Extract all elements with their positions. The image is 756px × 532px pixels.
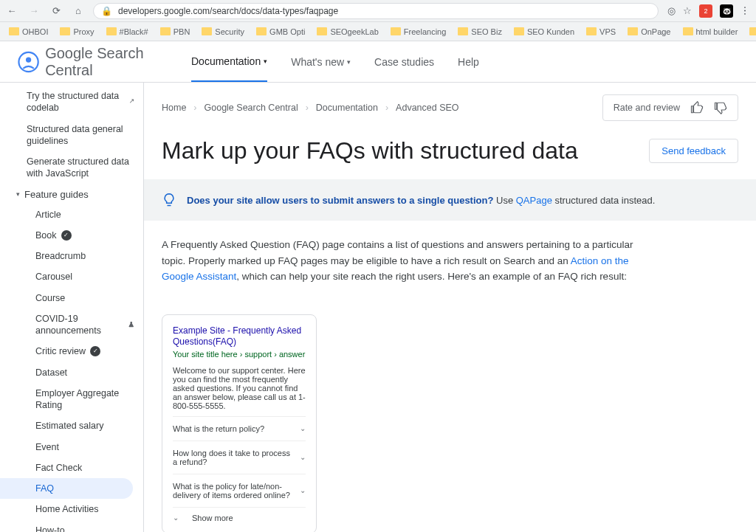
bookmark-item[interactable]: GMB Opti xyxy=(252,26,309,38)
sidebar-item-course[interactable]: Course xyxy=(0,288,143,308)
lightbulb-icon xyxy=(162,193,176,207)
sidebar-item-estimated-salary[interactable]: Estimated salary xyxy=(0,415,143,436)
site-header: Google Search Central Documentation ▾Wha… xyxy=(0,41,756,83)
sidebar-item-carousel[interactable]: Carousel xyxy=(0,266,143,287)
nav-help[interactable]: Help xyxy=(458,43,479,81)
lock-icon: 🔒 xyxy=(101,6,112,16)
sidebar-item-fact-check[interactable]: Fact Check xyxy=(0,457,143,478)
sidebar[interactable]: Try the structured data codelab Structur… xyxy=(0,83,144,532)
folder-icon xyxy=(391,27,401,35)
forward-button[interactable]: → xyxy=(28,5,40,17)
home-button[interactable]: ⌂ xyxy=(72,5,84,17)
target-icon[interactable]: ◎ xyxy=(667,5,676,16)
sidebar-item[interactable]: Try the structured data codelab xyxy=(0,86,143,119)
bookmark-item[interactable]: SEOgeekLab xyxy=(312,26,382,38)
folder-icon xyxy=(9,27,19,35)
thumbs-down-icon[interactable] xyxy=(714,101,727,114)
bookmark-item[interactable]: #Black# xyxy=(102,26,153,38)
folder-icon xyxy=(683,27,693,35)
flask-icon xyxy=(128,320,134,329)
bookmark-item[interactable]: PBN xyxy=(156,26,195,38)
bookmark-item[interactable]: OnPage xyxy=(623,26,675,38)
folder-icon xyxy=(628,27,638,35)
bookmark-item[interactable]: Accts xyxy=(745,26,756,38)
chevron-down-icon: ⌄ xyxy=(173,514,179,522)
reload-button[interactable]: ⟳ xyxy=(50,5,62,17)
example-show-more: ⌄Show more xyxy=(173,508,306,522)
nav-what-s-new[interactable]: What's new ▾ xyxy=(291,43,351,81)
folder-icon xyxy=(256,27,267,35)
bookmark-item[interactable]: Freelancing xyxy=(386,26,450,38)
bookmark-item[interactable]: Proxy xyxy=(55,26,98,38)
sidebar-item-critic-review[interactable]: Critic review✓ xyxy=(0,341,143,362)
sidebar-item[interactable]: Structured data general guidelines xyxy=(0,119,143,152)
dropdown-icon: ▾ xyxy=(264,58,267,65)
tip-banner: Does your site allow users to submit ans… xyxy=(144,179,756,221)
chevron-down-icon: ⌄ xyxy=(300,453,306,461)
folder-icon xyxy=(458,27,468,35)
sidebar-item-how-to[interactable]: How-to xyxy=(0,520,143,533)
extension-badge-2[interactable]: 🐼 xyxy=(720,4,733,18)
bookmark-item[interactable]: VPS xyxy=(582,26,620,38)
bookmarks-bar: OHBOIProxy#Black#PBNSecurityGMB OptiSEOg… xyxy=(0,22,756,41)
logo-text: Google Search Central xyxy=(45,45,191,79)
bookmark-item[interactable]: Security xyxy=(197,26,249,38)
folder-icon xyxy=(514,27,524,35)
folder-icon xyxy=(60,27,70,35)
main-content[interactable]: Home›Google Search Central›Documentation… xyxy=(144,83,756,532)
chevron-down-icon: ⌄ xyxy=(300,486,306,494)
rich-result-example: Example Site - Frequently Asked Question… xyxy=(162,314,317,532)
breadcrumb-link[interactable]: Advanced SEO xyxy=(396,103,458,113)
sidebar-group-feature-guides[interactable]: Feature guides xyxy=(0,184,143,204)
verified-badge-icon: ✓ xyxy=(90,346,100,356)
sidebar-item-employer-aggregate-rating[interactable]: Employer Aggregate Rating xyxy=(0,383,143,416)
extension-badge-1[interactable]: 2 xyxy=(699,4,712,18)
tip-bold: Does your site allow users to submit ans… xyxy=(187,195,493,206)
page-title: Mark up your FAQs with structured data xyxy=(162,137,578,165)
bookmark-item[interactable]: SEO Biz xyxy=(453,26,506,38)
breadcrumb-separator: › xyxy=(306,103,309,113)
verified-badge-icon: ✓ xyxy=(61,230,72,241)
sidebar-item-home-activities[interactable]: Home Activities xyxy=(0,499,143,519)
sidebar-item-book[interactable]: Book✓ xyxy=(0,225,143,246)
bookmark-item[interactable]: SEO Kunden xyxy=(509,26,579,38)
thumbs-up-icon[interactable] xyxy=(690,101,704,114)
logo[interactable]: Google Search Central xyxy=(18,45,191,79)
rate-review-box: Rate and review xyxy=(602,94,738,121)
browser-toolbar: ← → ⟳ ⌂ 🔒 developers.google.com/search/d… xyxy=(0,0,756,22)
folder-icon xyxy=(586,27,597,35)
star-icon[interactable]: ☆ xyxy=(683,5,692,16)
folder-icon xyxy=(749,27,756,35)
qapage-link[interactable]: QAPage xyxy=(516,195,552,206)
back-button[interactable]: ← xyxy=(6,5,18,17)
breadcrumb-link[interactable]: Google Search Central xyxy=(205,103,298,113)
sidebar-item-article[interactable]: Article xyxy=(0,204,143,225)
nav-documentation[interactable]: Documentation ▾ xyxy=(191,42,267,82)
folder-icon xyxy=(106,27,117,35)
sidebar-item-breadcrumb[interactable]: Breadcrumb xyxy=(0,246,143,266)
sidebar-item-dataset[interactable]: Dataset xyxy=(0,362,143,383)
sidebar-item-event[interactable]: Event xyxy=(0,437,143,457)
folder-icon xyxy=(317,27,327,35)
url-text: developers.google.com/search/docs/data-t… xyxy=(118,6,338,16)
dropdown-icon: ▾ xyxy=(347,58,351,66)
address-bar[interactable]: 🔒 developers.google.com/search/docs/data… xyxy=(93,3,659,19)
breadcrumb-separator: › xyxy=(193,103,196,113)
example-url: Your site title here › support › answer xyxy=(173,350,306,359)
nav-case-studies[interactable]: Case studies xyxy=(374,43,434,81)
bookmark-item[interactable]: html builder xyxy=(678,26,743,38)
bookmark-item[interactable]: OHBOI xyxy=(4,26,52,38)
top-nav: Documentation ▾What's new ▾Case studiesH… xyxy=(191,42,479,81)
breadcrumb-link[interactable]: Home xyxy=(162,103,186,113)
rate-label: Rate and review xyxy=(614,103,680,113)
breadcrumb-separator: › xyxy=(385,103,388,113)
example-description: Welcome to our support center. Here you … xyxy=(173,366,306,417)
breadcrumb-link[interactable]: Documentation xyxy=(316,103,378,113)
svg-point-1 xyxy=(26,57,31,62)
sidebar-item[interactable]: Generate structured data with JavaScript xyxy=(0,151,143,184)
send-feedback-button[interactable]: Send feedback xyxy=(649,139,738,163)
sidebar-item-covid-19-announcements[interactable]: COVID-19 announcements xyxy=(0,308,143,342)
more-icon[interactable]: ⋯ xyxy=(740,6,751,15)
sidebar-item-faq[interactable]: FAQ xyxy=(0,478,133,499)
example-faq-row: How long does it take to process a refun… xyxy=(173,441,306,474)
